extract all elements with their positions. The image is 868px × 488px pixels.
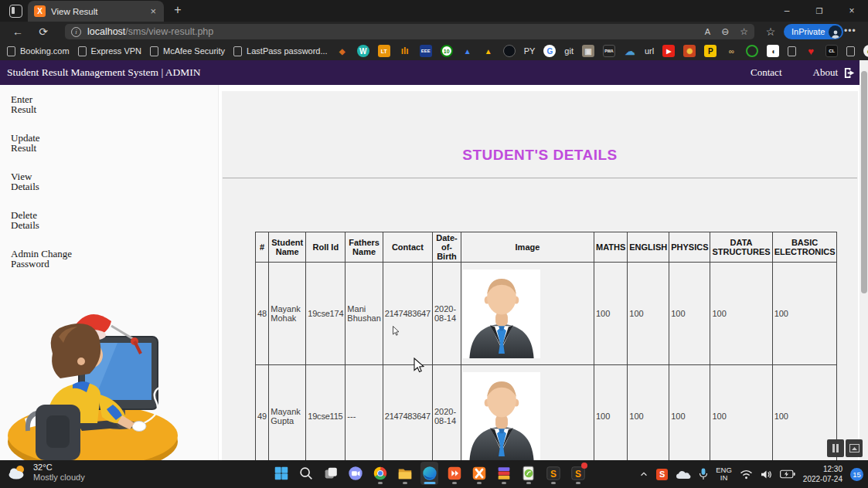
page-icon: [150, 46, 158, 56]
taskbar-chat-icon[interactable]: [346, 462, 364, 485]
bookmark-item[interactable]: Booking.com: [7, 46, 70, 56]
clock[interactable]: 12:30 2022-07-24: [803, 464, 842, 484]
github-favicon-icon[interactable]: [503, 45, 516, 57]
url-text[interactable]: localhost/sms/view-result.php: [87, 26, 699, 37]
taskbar-file-explorer-icon[interactable]: [396, 462, 414, 485]
picture-in-picture-icon[interactable]: [846, 439, 863, 457]
tv-favicon-icon[interactable]: ▣: [582, 45, 594, 57]
cell-basic-electronics: 100: [772, 263, 837, 365]
red-heart-favicon-icon[interactable]: ♥: [805, 45, 817, 57]
taskbar-start-icon[interactable]: [272, 462, 290, 485]
orange-arrow-favicon-icon[interactable]: ◆: [336, 45, 349, 57]
cell-maths: 100: [594, 365, 627, 461]
notification-badge[interactable]: 15: [850, 468, 863, 481]
cell-father: ---: [345, 365, 383, 461]
browser-menu-icon[interactable]: •••: [844, 25, 856, 36]
sidebar: Enter Result Update Result View Details …: [0, 85, 219, 460]
sidebar-item-update-result[interactable]: Update Result: [11, 133, 40, 153]
google-triangle-favicon-icon[interactable]: ▲: [482, 45, 495, 57]
sidebar-item-delete-details[interactable]: Delete Details: [11, 210, 39, 230]
language-indicator[interactable]: ENG IN: [716, 466, 732, 482]
new-tab-button[interactable]: +: [170, 3, 186, 17]
wifi-icon[interactable]: [740, 469, 753, 480]
green-10-favicon-icon[interactable]: 10: [441, 45, 453, 57]
pwa-dark-favicon-icon[interactable]: PWA: [603, 45, 615, 57]
tray-chevron-icon[interactable]: [639, 469, 648, 479]
minimize-button[interactable]: –: [771, 0, 803, 22]
microphone-icon[interactable]: [699, 468, 708, 480]
close-button[interactable]: ×: [836, 0, 868, 22]
taskbar-chrome-icon[interactable]: [371, 462, 389, 485]
cell-maths: 100: [594, 263, 627, 365]
cl-black-favicon-icon[interactable]: CL: [825, 45, 838, 57]
read-aloud-icon[interactable]: A: [705, 27, 710, 36]
tab-close-icon[interactable]: ×: [148, 5, 158, 17]
taskbar-edge-icon[interactable]: [420, 462, 438, 485]
teal-ring-favicon-icon[interactable]: W: [357, 45, 369, 57]
taskbar-sublime-text-icon[interactable]: S: [544, 462, 562, 485]
address-bar[interactable]: i localhost/sms/view-result.php A ⊖ ☆: [65, 24, 754, 39]
youtube-favicon-icon[interactable]: ▶: [662, 45, 675, 57]
bar-chart-favicon-icon[interactable]: ılı: [399, 45, 411, 57]
taskbar-xampp-icon[interactable]: [470, 462, 488, 485]
cell-roll: 19cse115: [306, 365, 345, 461]
taskbar-sublime-text-alt-icon[interactable]: S: [569, 462, 587, 485]
green-ring-favicon-icon[interactable]: [746, 45, 758, 57]
nav-contact[interactable]: Contact: [751, 66, 781, 79]
logout-icon[interactable]: [843, 66, 856, 83]
taskbar-task-view-icon[interactable]: [322, 462, 339, 485]
taskbar-share-app-icon[interactable]: [445, 462, 463, 485]
taskbar-winrar-icon[interactable]: [495, 462, 512, 485]
pause-icon[interactable]: [827, 439, 844, 457]
collections-star-icon[interactable]: ☆: [762, 24, 779, 39]
yellow-p-favicon-icon[interactable]: P: [704, 45, 717, 57]
bookmark-item[interactable]: McAfee Security: [150, 46, 225, 56]
bookmark-item[interactable]: Express VPN: [78, 46, 141, 56]
onedrive-cloud-icon[interactable]: [676, 469, 691, 480]
browser-titlebar: X View Result × + – ❐ ×: [0, 0, 868, 22]
battery-icon[interactable]: [780, 469, 795, 479]
refresh-icon[interactable]: ⟳: [35, 24, 52, 39]
orange-cube-favicon-icon[interactable]: LT: [378, 45, 390, 57]
eagle-favicon-icon[interactable]: ◖: [767, 45, 779, 57]
weather-icon: [8, 463, 28, 482]
red-mosaic-favicon-icon[interactable]: ✺: [683, 45, 696, 57]
taskbar-search-icon[interactable]: [297, 462, 315, 485]
cell-physics: 100: [669, 365, 710, 461]
profile-avatar[interactable]: [829, 25, 842, 39]
weather-widget[interactable]: 32°C Mostly cloudy: [8, 463, 85, 483]
nav-about[interactable]: About: [813, 66, 839, 79]
tray-app-icon[interactable]: S: [656, 469, 668, 480]
browser-navrow: ← ⟳ i localhost/sms/view-result.php A ⊖ …: [0, 22, 868, 42]
blank-page-favicon-icon[interactable]: [788, 46, 796, 56]
sidebar-item-view-details[interactable]: View Details: [11, 171, 39, 191]
add-favorite-star-icon[interactable]: ☆: [740, 26, 748, 37]
bookmark-text-label[interactable]: PY: [524, 46, 536, 56]
browser-tab[interactable]: X View Result ×: [28, 1, 164, 22]
green-smiley-favicon-icon[interactable]: ☻: [863, 45, 868, 57]
taskbar-notepad-plus-icon[interactable]: [519, 462, 537, 485]
speaker-icon[interactable]: [761, 469, 772, 480]
site-header: Student Result Management System | ADMIN…: [0, 60, 859, 85]
workspaces-icon[interactable]: [9, 5, 22, 18]
inprivate-badge[interactable]: InPrivate: [784, 24, 843, 39]
bookmark-text-label[interactable]: git: [564, 46, 574, 56]
sidebar-item-admin-change-password[interactable]: Admin Change Password: [11, 249, 72, 269]
bookmark-text-label[interactable]: url: [645, 46, 654, 56]
site-info-icon[interactable]: i: [71, 27, 81, 37]
google-ads-favicon-icon[interactable]: ▲: [461, 45, 474, 57]
maximize-button[interactable]: ❐: [803, 0, 836, 22]
eee-blue-favicon-icon[interactable]: EEE: [420, 45, 432, 57]
glasses-favicon-icon[interactable]: ∞: [725, 45, 737, 57]
table-row: 48 Mayank Mohak 19cse174 Mani Bhushan 21…: [256, 263, 837, 365]
blue-cloud-favicon-icon[interactable]: ☁: [624, 45, 636, 57]
page-scrollbar[interactable]: [859, 60, 868, 460]
zoom-icon[interactable]: ⊖: [721, 26, 729, 37]
scrollbar-thumb[interactable]: [861, 71, 867, 293]
google-g-favicon-icon[interactable]: G: [543, 45, 556, 57]
site-title: Student Result Management System | ADMIN: [7, 66, 201, 79]
blank-page-favicon-icon[interactable]: [846, 46, 855, 56]
back-icon[interactable]: ←: [9, 24, 26, 39]
sidebar-item-enter-result[interactable]: Enter Result: [11, 94, 36, 114]
bookmark-item[interactable]: LastPass password...: [233, 46, 328, 56]
